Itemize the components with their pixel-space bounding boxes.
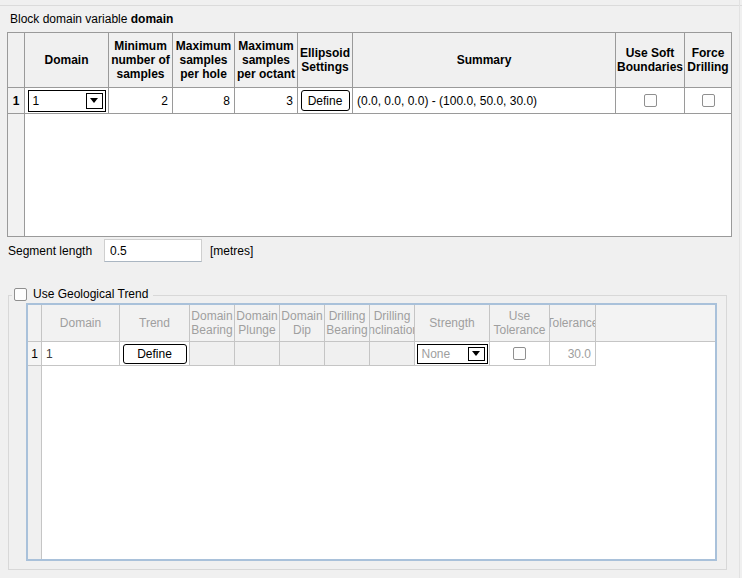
column-header-drilling-bearing: Drilling Bearing bbox=[325, 305, 370, 342]
column-header-drilling-inclination: Drilling Inclination bbox=[370, 305, 415, 342]
use-geological-trend-label: Use Geological Trend bbox=[33, 287, 148, 301]
drilling-bearing-cell bbox=[325, 342, 370, 366]
right-edge-separator bbox=[739, 0, 740, 578]
domain-combobox-dropdown-button[interactable] bbox=[86, 93, 103, 109]
domain-plunge-cell bbox=[235, 342, 280, 366]
column-header-max-per-octant: Maximum samples per octant bbox=[235, 33, 298, 88]
min-samples-cell[interactable]: 2 bbox=[109, 88, 173, 114]
column-header-use-tolerance: Use Tolerance bbox=[490, 305, 550, 342]
tolerance-cell: 30.0 bbox=[550, 342, 596, 366]
segment-length-label: Segment length bbox=[8, 244, 92, 258]
domain-grid-row: 1 1 2 8 3 Define (0.0, 0.0, 0.0) - (100.… bbox=[8, 88, 731, 114]
ellipsoid-settings-cell: Define bbox=[298, 88, 353, 114]
chevron-down-icon bbox=[90, 98, 98, 103]
strength-cell: None bbox=[415, 342, 490, 366]
domain-cell: 1 bbox=[25, 88, 109, 114]
use-tolerance-checkbox[interactable] bbox=[513, 347, 526, 360]
strength-combobox-value: None bbox=[422, 347, 451, 361]
segment-length-unit: [metres] bbox=[210, 244, 253, 258]
trend-cell: Define bbox=[120, 342, 190, 366]
max-per-hole-cell[interactable]: 8 bbox=[173, 88, 235, 114]
column-header-domain-dip: Domain Dip bbox=[280, 305, 325, 342]
domain-dip-cell bbox=[280, 342, 325, 366]
top-separator bbox=[0, 5, 742, 6]
summary-cell: (0.0, 0.0, 0.0) - (100.0, 50.0, 30.0) bbox=[353, 88, 616, 114]
row-header-cell[interactable]: 1 bbox=[8, 88, 25, 114]
domain-grid-empty-area bbox=[8, 114, 731, 236]
page-title-variable: domain bbox=[131, 12, 174, 26]
trend-grid-row: 1 1 Define None 30.0 bbox=[28, 342, 715, 366]
domain-combobox[interactable]: 1 bbox=[28, 90, 106, 112]
column-header-use-soft-boundaries: Use Soft Boundaries bbox=[616, 33, 685, 88]
column-header-ellipsoid-settings: Ellipsoid Settings bbox=[298, 33, 353, 88]
trend-corner-header-cell bbox=[28, 305, 42, 342]
column-header-domain-bearing: Domain Bearing bbox=[190, 305, 235, 342]
define-ellipsoid-button[interactable]: Define bbox=[301, 90, 350, 111]
column-header-summary: Summary bbox=[353, 33, 616, 88]
force-drilling-checkbox[interactable] bbox=[702, 94, 715, 107]
geological-trend-legend: Use Geological Trend bbox=[12, 286, 153, 302]
trend-row-header-strip bbox=[28, 366, 42, 559]
force-drilling-cell bbox=[685, 88, 731, 114]
trend-row-header-cell[interactable]: 1 bbox=[28, 342, 42, 366]
use-soft-boundaries-checkbox[interactable] bbox=[644, 94, 657, 107]
column-header-max-per-hole: Maximum samples per hole bbox=[173, 33, 235, 88]
strength-combobox-dropdown-button[interactable] bbox=[468, 347, 485, 361]
domain-grid-header-row: Domain Minimum number of samples Maximum… bbox=[8, 33, 731, 88]
strength-combobox[interactable]: None bbox=[417, 344, 488, 364]
page-title: Block domain variable domain bbox=[10, 12, 173, 26]
column-header-min-samples: Minimum number of samples bbox=[109, 33, 173, 88]
define-trend-button[interactable]: Define bbox=[123, 344, 187, 364]
use-tolerance-cell bbox=[490, 342, 550, 366]
trend-header-filler bbox=[596, 305, 715, 342]
domain-grid: Domain Minimum number of samples Maximum… bbox=[7, 32, 732, 237]
domain-combobox-value: 1 bbox=[33, 94, 40, 108]
column-header-strength: Strength bbox=[415, 305, 490, 342]
column-header-domain: Domain bbox=[25, 33, 109, 88]
column-header-tolerance: Tolerance bbox=[550, 305, 596, 342]
trend-grid-empty-area bbox=[28, 366, 715, 559]
column-header-trend: Trend bbox=[120, 305, 190, 342]
column-header-domain-plunge: Domain Plunge bbox=[235, 305, 280, 342]
row-header-strip bbox=[8, 114, 25, 236]
max-per-octant-cell[interactable]: 3 bbox=[235, 88, 298, 114]
trend-domain-cell[interactable]: 1 bbox=[42, 342, 120, 366]
drilling-inclination-cell bbox=[370, 342, 415, 366]
chevron-down-icon bbox=[472, 351, 480, 356]
corner-header-cell bbox=[8, 33, 25, 88]
column-header-force-drilling: Force Drilling bbox=[685, 33, 731, 88]
segment-length-input[interactable] bbox=[104, 239, 202, 262]
page-title-prefix: Block domain variable bbox=[10, 12, 127, 26]
use-soft-boundaries-cell bbox=[616, 88, 685, 114]
use-geological-trend-checkbox[interactable] bbox=[14, 288, 27, 301]
domain-bearing-cell bbox=[190, 342, 235, 366]
trend-grid-header-row: Domain Trend Domain Bearing Domain Plung… bbox=[28, 305, 715, 342]
trend-panel: Domain Trend Domain Bearing Domain Plung… bbox=[26, 303, 717, 561]
column-header-trend-domain: Domain bbox=[42, 305, 120, 342]
